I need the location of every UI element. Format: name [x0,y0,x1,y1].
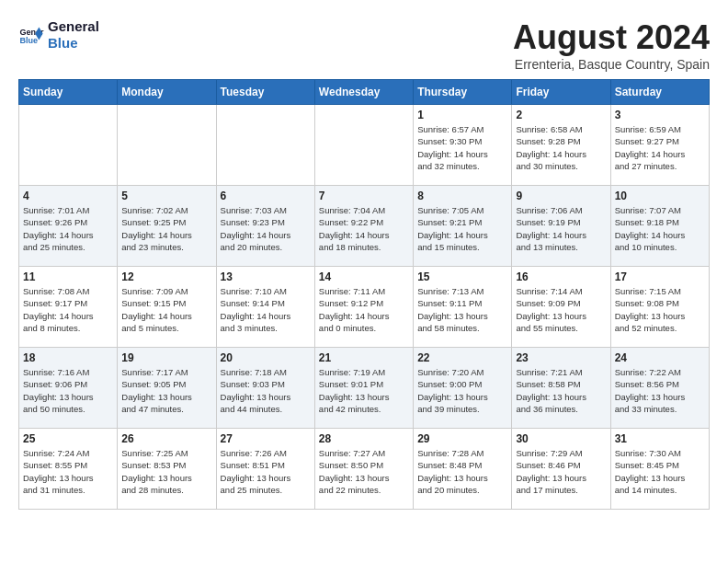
calendar-cell: 12Sunrise: 7:09 AM Sunset: 9:15 PM Dayli… [118,267,216,348]
calendar-cell: 27Sunrise: 7:26 AM Sunset: 8:51 PM Dayli… [216,429,314,510]
day-info: Sunrise: 7:30 AM Sunset: 8:45 PM Dayligh… [615,447,705,496]
calendar-cell [216,105,314,186]
calendar-table: SundayMondayTuesdayWednesdayThursdayFrid… [18,79,710,510]
day-number: 5 [121,190,211,202]
day-info: Sunrise: 7:16 AM Sunset: 9:06 PM Dayligh… [23,366,113,415]
day-number: 17 [615,270,705,283]
day-info: Sunrise: 7:21 AM Sunset: 8:58 PM Dayligh… [516,366,606,415]
calendar-cell: 7Sunrise: 7:04 AM Sunset: 9:22 PM Daylig… [314,186,413,267]
day-number: 31 [615,432,705,445]
calendar-week-row: 4Sunrise: 7:01 AM Sunset: 9:26 PM Daylig… [19,186,710,267]
day-number: 27 [221,432,311,445]
day-info: Sunrise: 7:26 AM Sunset: 8:51 PM Dayligh… [221,447,311,496]
calendar-cell: 3Sunrise: 6:59 AM Sunset: 9:27 PM Daylig… [610,105,709,186]
day-number: 6 [221,190,311,202]
calendar-cell: 22Sunrise: 7:20 AM Sunset: 9:00 PM Dayli… [414,348,512,429]
day-number: 8 [417,190,507,202]
calendar-cell: 16Sunrise: 7:14 AM Sunset: 9:09 PM Dayli… [512,267,610,348]
calendar-cell: 20Sunrise: 7:18 AM Sunset: 9:03 PM Dayli… [216,348,314,429]
day-number: 11 [23,270,113,283]
day-info: Sunrise: 7:01 AM Sunset: 9:26 PM Dayligh… [23,204,113,253]
day-info: Sunrise: 7:08 AM Sunset: 9:17 PM Dayligh… [23,285,113,334]
day-number: 25 [23,432,113,445]
location-subtitle: Errenteria, Basque Country, Spain [513,57,710,72]
day-info: Sunrise: 7:07 AM Sunset: 9:18 PM Dayligh… [615,204,705,253]
day-info: Sunrise: 7:28 AM Sunset: 8:48 PM Dayligh… [417,447,507,496]
logo: General Blue General Blue [18,18,99,52]
day-number: 26 [121,432,211,445]
day-info: Sunrise: 7:15 AM Sunset: 9:08 PM Dayligh… [615,285,705,334]
calendar-cell: 18Sunrise: 7:16 AM Sunset: 9:06 PM Dayli… [19,348,118,429]
day-info: Sunrise: 7:27 AM Sunset: 8:50 PM Dayligh… [319,447,409,496]
day-number: 20 [221,351,311,364]
calendar-cell: 2Sunrise: 6:58 AM Sunset: 9:28 PM Daylig… [512,105,610,186]
svg-text:Blue: Blue [19,36,38,45]
day-header-sunday: Sunday [19,80,118,105]
day-info: Sunrise: 7:19 AM Sunset: 9:01 PM Dayligh… [319,366,409,415]
calendar-cell: 23Sunrise: 7:21 AM Sunset: 8:58 PM Dayli… [512,348,610,429]
title-area: August 2024 Errenteria, Basque Country, … [513,18,710,72]
calendar-cell: 11Sunrise: 7:08 AM Sunset: 9:17 PM Dayli… [19,267,118,348]
page-header: General Blue General Blue August 2024 Er… [18,18,710,72]
calendar-cell: 14Sunrise: 7:11 AM Sunset: 9:12 PM Dayli… [314,267,413,348]
calendar-cell: 9Sunrise: 7:06 AM Sunset: 9:19 PM Daylig… [512,186,610,267]
day-number: 18 [23,351,113,364]
day-info: Sunrise: 7:06 AM Sunset: 9:19 PM Dayligh… [516,204,606,253]
day-info: Sunrise: 6:58 AM Sunset: 9:28 PM Dayligh… [516,123,606,172]
day-header-wednesday: Wednesday [314,80,413,105]
day-number: 13 [221,270,311,283]
calendar-week-row: 25Sunrise: 7:24 AM Sunset: 8:55 PM Dayli… [19,429,710,510]
day-number: 14 [319,270,409,283]
calendar-cell: 28Sunrise: 7:27 AM Sunset: 8:50 PM Dayli… [314,429,413,510]
day-number: 10 [615,190,705,202]
day-info: Sunrise: 7:20 AM Sunset: 9:00 PM Dayligh… [417,366,507,415]
day-info: Sunrise: 7:02 AM Sunset: 9:25 PM Dayligh… [121,204,211,253]
day-info: Sunrise: 7:11 AM Sunset: 9:12 PM Dayligh… [319,285,409,334]
day-info: Sunrise: 7:17 AM Sunset: 9:05 PM Dayligh… [121,366,211,415]
month-year-title: August 2024 [513,18,710,57]
day-info: Sunrise: 7:29 AM Sunset: 8:46 PM Dayligh… [516,447,606,496]
calendar-cell: 8Sunrise: 7:05 AM Sunset: 9:21 PM Daylig… [414,186,512,267]
day-number: 16 [516,270,606,283]
day-info: Sunrise: 7:09 AM Sunset: 9:15 PM Dayligh… [121,285,211,334]
calendar-cell: 26Sunrise: 7:25 AM Sunset: 8:53 PM Dayli… [118,429,216,510]
calendar-cell: 10Sunrise: 7:07 AM Sunset: 9:18 PM Dayli… [610,186,709,267]
calendar-cell: 21Sunrise: 7:19 AM Sunset: 9:01 PM Dayli… [314,348,413,429]
calendar-cell [314,105,413,186]
calendar-cell: 25Sunrise: 7:24 AM Sunset: 8:55 PM Dayli… [19,429,118,510]
day-number: 2 [516,109,606,121]
calendar-cell: 13Sunrise: 7:10 AM Sunset: 9:14 PM Dayli… [216,267,314,348]
calendar-week-row: 11Sunrise: 7:08 AM Sunset: 9:17 PM Dayli… [19,267,710,348]
day-info: Sunrise: 7:03 AM Sunset: 9:23 PM Dayligh… [221,204,311,253]
logo-line1: General [48,18,99,35]
day-header-thursday: Thursday [414,80,512,105]
day-info: Sunrise: 7:18 AM Sunset: 9:03 PM Dayligh… [221,366,311,415]
calendar-cell: 19Sunrise: 7:17 AM Sunset: 9:05 PM Dayli… [118,348,216,429]
calendar-cell: 1Sunrise: 6:57 AM Sunset: 9:30 PM Daylig… [414,105,512,186]
calendar-header-row: SundayMondayTuesdayWednesdayThursdayFrid… [19,80,710,105]
calendar-week-row: 1Sunrise: 6:57 AM Sunset: 9:30 PM Daylig… [19,105,710,186]
logo-line2: Blue [48,35,99,52]
day-number: 7 [319,190,409,202]
day-info: Sunrise: 7:13 AM Sunset: 9:11 PM Dayligh… [417,285,507,334]
day-header-saturday: Saturday [610,80,709,105]
calendar-cell [19,105,118,186]
calendar-cell: 4Sunrise: 7:01 AM Sunset: 9:26 PM Daylig… [19,186,118,267]
day-number: 3 [615,109,705,121]
calendar-cell: 29Sunrise: 7:28 AM Sunset: 8:48 PM Dayli… [414,429,512,510]
day-number: 19 [121,351,211,364]
day-info: Sunrise: 6:59 AM Sunset: 9:27 PM Dayligh… [615,123,705,172]
day-info: Sunrise: 7:04 AM Sunset: 9:22 PM Dayligh… [319,204,409,253]
calendar-week-row: 18Sunrise: 7:16 AM Sunset: 9:06 PM Dayli… [19,348,710,429]
day-info: Sunrise: 7:25 AM Sunset: 8:53 PM Dayligh… [121,447,211,496]
day-header-monday: Monday [118,80,216,105]
calendar-cell: 17Sunrise: 7:15 AM Sunset: 9:08 PM Dayli… [610,267,709,348]
day-number: 9 [516,190,606,202]
calendar-cell: 6Sunrise: 7:03 AM Sunset: 9:23 PM Daylig… [216,186,314,267]
day-number: 12 [121,270,211,283]
day-number: 29 [417,432,507,445]
calendar-cell: 5Sunrise: 7:02 AM Sunset: 9:25 PM Daylig… [118,186,216,267]
calendar-cell: 31Sunrise: 7:30 AM Sunset: 8:45 PM Dayli… [610,429,709,510]
day-info: Sunrise: 7:24 AM Sunset: 8:55 PM Dayligh… [23,447,113,496]
day-number: 23 [516,351,606,364]
